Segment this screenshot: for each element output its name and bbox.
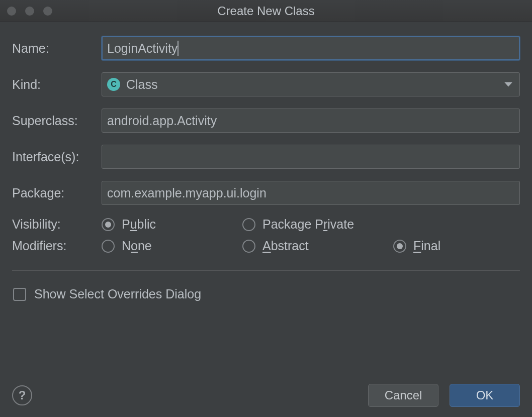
- class-badge-icon: C: [107, 78, 120, 91]
- superclass-value: android.app.Activity: [107, 109, 217, 132]
- radio-label-none: None: [122, 239, 152, 253]
- checkbox-icon: [13, 288, 26, 301]
- radio-icon: [102, 240, 115, 253]
- row-kind: Kind: C Class: [12, 72, 520, 96]
- minimize-window-icon[interactable]: [25, 7, 34, 16]
- radio-label-final: Final: [413, 239, 440, 253]
- label-package: Package:: [12, 186, 102, 200]
- radio-label-public: Public: [122, 217, 156, 232]
- dialog-footer: ? Cancel OK: [12, 384, 520, 407]
- radio-icon: [393, 240, 406, 253]
- row-interfaces: Interface(s):: [12, 145, 520, 169]
- label-modifiers: Modifiers:: [12, 239, 102, 253]
- checkbox-show-overrides[interactable]: Show Select Overrides Dialog: [13, 287, 519, 301]
- help-icon: ?: [19, 388, 26, 402]
- radio-label-package-private: Package Private: [262, 217, 354, 232]
- label-superclass: Superclass:: [12, 114, 102, 128]
- radio-icon: [242, 218, 255, 231]
- radio-visibility-package-private[interactable]: Package Private: [242, 217, 393, 232]
- superclass-input[interactable]: android.app.Activity: [102, 109, 520, 133]
- label-visibility: Visibility:: [12, 217, 102, 232]
- label-name: Name:: [12, 41, 102, 56]
- label-interfaces: Interface(s):: [12, 150, 102, 164]
- chevron-down-icon: [504, 82, 512, 87]
- package-input[interactable]: com.example.myapp.ui.login: [102, 181, 520, 205]
- radio-modifier-abstract[interactable]: Abstract: [242, 239, 393, 253]
- radio-modifier-final[interactable]: Final: [393, 239, 440, 253]
- zoom-window-icon[interactable]: [43, 7, 52, 16]
- close-window-icon[interactable]: [7, 7, 16, 16]
- checkbox-label-overrides: Show Select Overrides Dialog: [34, 287, 201, 301]
- row-superclass: Superclass: android.app.Activity: [12, 109, 520, 133]
- radio-visibility-public[interactable]: Public: [102, 217, 242, 232]
- cancel-button[interactable]: Cancel: [368, 384, 438, 407]
- help-button[interactable]: ?: [12, 385, 32, 405]
- package-value: com.example.myapp.ui.login: [107, 181, 267, 204]
- text-caret: [178, 41, 179, 56]
- titlebar: Create New Class: [0, 0, 532, 22]
- name-input-value: LoginActivity: [107, 37, 178, 60]
- row-name: Name: LoginActivity: [12, 36, 520, 60]
- interfaces-input[interactable]: [102, 145, 520, 169]
- divider: [12, 270, 520, 271]
- kind-value: Class: [126, 77, 158, 92]
- radio-icon: [242, 240, 255, 253]
- label-kind: Kind:: [12, 77, 102, 92]
- row-visibility: Visibility: Public Package Private: [12, 217, 520, 232]
- ok-button[interactable]: OK: [450, 384, 520, 407]
- row-modifiers: Modifiers: None Abstract Final: [12, 239, 520, 253]
- radio-label-abstract: Abstract: [262, 239, 309, 253]
- radio-modifier-none[interactable]: None: [102, 239, 242, 253]
- kind-combobox[interactable]: C Class: [102, 72, 520, 96]
- dialog-content: Name: LoginActivity Kind: C Class Superc…: [0, 22, 532, 301]
- row-package: Package: com.example.myapp.ui.login: [12, 181, 520, 205]
- window-title: Create New Class: [0, 4, 532, 18]
- radio-icon: [102, 218, 115, 231]
- traffic-lights: [7, 7, 52, 16]
- name-input[interactable]: LoginActivity: [102, 36, 520, 60]
